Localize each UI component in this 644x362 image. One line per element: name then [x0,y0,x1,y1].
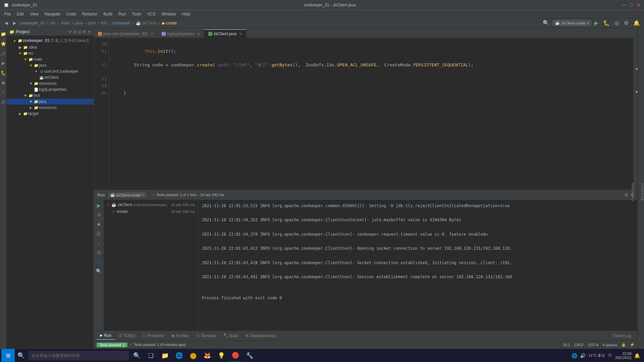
menu-view[interactable]: View [27,11,41,17]
sidebar-debug-icon[interactable]: 🐛 [0,68,7,77]
menu-refactor[interactable]: Refactor [79,11,100,17]
stop-button[interactable]: ■ [96,220,101,228]
tree-idea[interactable]: ▶ 📁 .idea [7,44,94,50]
rerun-failed-button[interactable]: ↺ [96,211,102,219]
run-config-label[interactable]: zkClient.create [561,21,586,25]
back-button[interactable]: ◀ [3,20,10,26]
rerun-button[interactable]: ▶ [96,201,102,209]
tree-test[interactable]: ▼ 📁 test [7,93,94,99]
search-everywhere-button[interactable]: 🔍 [541,19,551,27]
menu-file[interactable]: File [2,11,13,17]
sidebar-git-icon[interactable]: ⎇ [0,49,7,58]
search-output-button[interactable]: 🔍 [95,267,103,275]
tree-root[interactable]: ▼ 📁 zookeeper_01 D:\私人文件夹\Java文 [7,37,94,44]
menu-help[interactable]: Help [179,11,193,17]
indent-size[interactable]: 4 spaces [602,343,617,347]
taskbar-idea[interactable]: 💡 [215,349,228,362]
sidebar-todo-icon[interactable]: ✓ [0,88,7,97]
file-encoding[interactable]: UTF-8 [588,343,598,347]
run-tree-zkClient[interactable]: ✓ ☕ zkClient (com.lmf.zookeeper) 14 sec … [104,201,198,208]
breadcrumb-zookeeper[interactable]: zookeeper [112,21,130,25]
tree-main[interactable]: ▼ 📁 main [7,56,94,62]
start-button[interactable]: ⊞ [1,349,15,362]
taskbar-edge[interactable]: 🌐 [172,349,186,362]
sidebar-profiler-icon[interactable]: ◉ [0,78,7,87]
notifications-button[interactable]: 🔔 [632,19,641,27]
favorites-label[interactable]: Favorites [631,180,635,203]
tree-log4j[interactable]: 📄 log4j.properties [7,86,94,93]
tab-close-pom[interactable]: ✕ [151,32,153,36]
close-panel-button[interactable]: ✕ [88,29,91,34]
sidebar-favorites-icon[interactable]: ⭐ [0,39,7,48]
tree-java-main[interactable]: ▼ 📁 java [7,62,94,68]
tab-terminal[interactable]: ⊡ Terminal [193,332,219,340]
tree-com-lmf[interactable]: ▼ ⊟ com.lmf.zookeeper [7,68,94,74]
taskbar-explorer[interactable]: 📁 [158,349,172,362]
sidebar-structure-icon[interactable]: ☰ [0,98,7,107]
menu-code[interactable]: Code [64,11,79,17]
locate-button[interactable]: ◎ [78,29,81,34]
settings-button[interactable]: ⚙ [623,19,630,27]
breadcrumb-java[interactable]: java [75,21,83,25]
taskbar-task-view[interactable]: ❑ [144,349,158,362]
tab-profiler[interactable]: ◉ Profiler [168,332,192,340]
settings-proj-button[interactable]: ⚙ [83,29,86,34]
menu-vcs[interactable]: VCS [145,11,158,17]
tab-log4j[interactable]: log4j.properties ✕ [158,29,204,38]
run-config-chip[interactable]: ☕ zkClient.create ✕ [108,192,146,197]
structure-label[interactable]: Structure [640,180,644,203]
filter-button[interactable]: ⊟ [96,248,102,256]
export-button[interactable]: ↑ [96,258,101,266]
breadcrumb-main[interactable]: main [61,21,70,25]
breadcrumb-project[interactable]: zookeeper_01 [19,21,45,25]
breadcrumb-com[interactable]: com [88,21,96,25]
line-endings[interactable]: CRLF [574,343,584,347]
tab-close-zkClient[interactable]: ✕ [239,32,242,36]
toggle-tree-button[interactable]: ☰ [95,230,102,238]
run-close-icon[interactable]: ✕ [142,193,144,197]
taskbar-chrome[interactable]: ⬤ [186,349,200,362]
sidebar-run-icon[interactable]: ▶ [0,59,7,68]
code-editor[interactable]: this.init(); String node = zooKeeper.cre… [109,38,633,190]
tab-todo[interactable]: ☰ TODO [115,332,138,340]
close-button[interactable]: ✕ [637,2,641,8]
debug-button[interactable]: 🐛 [602,19,611,27]
breadcrumb-zkClient[interactable]: ☕ zkClient [136,21,156,25]
sidebar-project-icon[interactable]: 📁 [0,29,7,39]
menu-tools[interactable]: Tools [129,11,144,17]
tab-build[interactable]: 🔨 Build [220,332,242,340]
tab-dependencies[interactable]: ⊞ Dependencies [242,332,279,340]
menu-build[interactable]: Build [101,11,115,17]
tab-problems[interactable]: ⚠ Problems [139,332,167,340]
tab-event-log[interactable]: Event Log [610,332,635,340]
tree-resources-test[interactable]: ▶ 📁 resources [7,105,94,111]
search-icon[interactable]: 🔍 [15,352,28,359]
tree-zkClient[interactable]: ☕ zkClient [7,74,94,80]
tree-src[interactable]: ▼ 📁 src [7,50,94,56]
maximize-button[interactable]: □ [630,2,633,8]
tab-pom[interactable]: pom.xml (zookeeper_01) ✕ [94,29,158,38]
tree-target[interactable]: ▶ 📁 target [7,111,94,117]
forward-button[interactable]: ▶ [11,20,18,26]
menu-navigate[interactable]: Navigate [42,11,63,17]
collapse-all-button[interactable]: ⊟ [73,29,76,34]
notification-icon[interactable]: 🔔 [634,353,640,358]
tab-zkClient[interactable]: zkClient.java ✕ [204,29,246,38]
taskbar-firefox[interactable]: 🦊 [201,349,214,362]
run-settings-button[interactable]: ⚙ [624,192,628,197]
breadcrumb-src[interactable]: src [50,21,56,25]
search-input[interactable] [28,351,129,360]
minimize-button[interactable]: ─ [623,2,626,8]
sync-button[interactable]: ⟳ [68,29,72,34]
sort-button[interactable]: ↕ [96,239,101,247]
taskbar-app-extra[interactable]: 🔧 [243,349,256,362]
breadcrumb-lmf[interactable]: lmf [101,21,106,25]
run-with-coverage-button[interactable]: ◎ [613,19,621,27]
tests-passed-badge[interactable]: Tests passed: 1 [97,343,127,347]
run-button[interactable]: ▶ [593,19,600,27]
tree-resources-main[interactable]: ▼ 📁 resources [7,80,94,86]
tab-run[interactable]: ▶ Run [97,332,115,340]
breadcrumb-create[interactable]: ◆ create [162,21,177,25]
menu-window[interactable]: Window [159,11,179,17]
run-tree-create[interactable]: ✓ create 14 sec 642 ms [104,208,198,215]
